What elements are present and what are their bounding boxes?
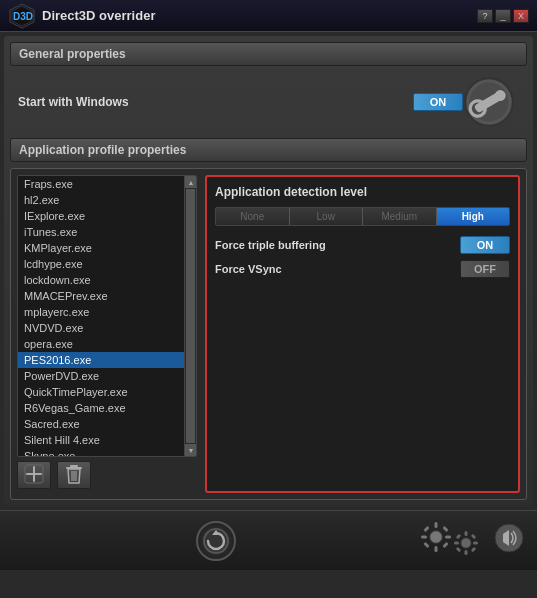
speaker-icon[interactable] (493, 522, 525, 559)
bottom-right (419, 520, 525, 562)
window-title: Direct3D overrider (42, 8, 477, 23)
svg-rect-25 (423, 542, 429, 548)
svg-rect-19 (435, 522, 438, 528)
app-list-item[interactable]: PES2016.exe (18, 352, 196, 368)
svg-rect-28 (465, 531, 468, 536)
svg-point-18 (430, 531, 442, 543)
svg-rect-22 (445, 536, 451, 539)
app-list-item[interactable]: lockdown.exe (18, 272, 196, 288)
app-profile-section: Fraps.exehl2.exeIExplore.exeiTunes.exeKM… (10, 168, 527, 500)
app-list-item[interactable]: R6Vegas_Game.exe (18, 400, 196, 416)
app-list-item[interactable]: KMPlayer.exe (18, 240, 196, 256)
app-list-item[interactable]: Skype.exe (18, 448, 196, 456)
app-list-item[interactable]: Fraps.exe (18, 176, 196, 192)
svg-rect-31 (473, 541, 478, 544)
app-list[interactable]: Fraps.exehl2.exeIExplore.exeiTunes.exeKM… (18, 176, 196, 456)
app-list-item[interactable]: mplayerc.exe (18, 304, 196, 320)
settings-icon[interactable] (463, 76, 515, 128)
svg-rect-35 (471, 546, 477, 552)
bottom-bar (0, 510, 537, 570)
svg-rect-33 (471, 533, 477, 539)
svg-rect-23 (423, 526, 429, 532)
scrollbar[interactable]: ▲ ▼ (184, 176, 196, 456)
app-list-item[interactable]: Sacred.exe (18, 416, 196, 432)
svg-rect-11 (70, 465, 78, 467)
force-triple-row: Force triple buffering ON (215, 236, 510, 254)
det-btn-none[interactable]: None (216, 208, 290, 225)
app-list-wrapper: Fraps.exehl2.exeIExplore.exeiTunes.exeKM… (17, 175, 197, 493)
app-list-item[interactable]: PowerDVD.exe (18, 368, 196, 384)
start-windows-row: Start with Windows ON (10, 72, 527, 132)
app-list-item[interactable]: hl2.exe (18, 192, 196, 208)
minimize-button[interactable]: _ (495, 9, 511, 23)
help-button[interactable]: ? (477, 9, 493, 23)
app-list-item[interactable]: Silent Hill 4.exe (18, 432, 196, 448)
scroll-down-arrow[interactable]: ▼ (185, 444, 197, 456)
force-triple-label: Force triple buffering (215, 239, 460, 251)
svg-rect-30 (454, 541, 459, 544)
reset-button[interactable] (196, 521, 236, 561)
app-list-item[interactable]: IExplore.exe (18, 208, 196, 224)
app-logo: D3D (8, 2, 36, 30)
start-windows-label: Start with Windows (18, 95, 413, 109)
app-list-item[interactable]: MMACEPrev.exe (18, 288, 196, 304)
svg-rect-21 (421, 536, 427, 539)
svg-rect-32 (456, 533, 462, 539)
svg-rect-26 (442, 542, 448, 548)
app-list-item[interactable]: lcdhype.exe (18, 256, 196, 272)
det-btn-medium[interactable]: Medium (363, 208, 437, 225)
start-windows-toggle[interactable]: ON (413, 93, 463, 111)
svg-rect-20 (435, 546, 438, 552)
bottom-center (12, 521, 419, 561)
app-list-item[interactable]: QuickTimePlayer.exe (18, 384, 196, 400)
app-profile-section-header: Application profile properties (10, 138, 527, 162)
app-list-container: Fraps.exehl2.exeIExplore.exeiTunes.exeKM… (17, 175, 197, 457)
scroll-thumb[interactable] (186, 189, 195, 443)
svg-rect-24 (442, 526, 448, 532)
svg-rect-38 (503, 535, 509, 541)
svg-rect-9 (33, 466, 35, 482)
detection-level-row: None Low Medium High (215, 207, 510, 226)
detection-title: Application detection level (215, 185, 510, 199)
detection-panel: Application detection level None Low Med… (205, 175, 520, 493)
app-list-controls (17, 457, 197, 493)
app-list-item[interactable]: opera.exe (18, 336, 196, 352)
svg-rect-29 (465, 550, 468, 555)
main-content: General properties Start with Windows ON (4, 36, 533, 506)
force-triple-toggle[interactable]: ON (460, 236, 510, 254)
force-vsync-toggle[interactable]: OFF (460, 260, 510, 278)
force-vsync-row: Force VSync OFF (215, 260, 510, 278)
svg-text:D3D: D3D (13, 11, 33, 22)
det-btn-high[interactable]: High (437, 208, 510, 225)
gear-icon-2[interactable] (453, 530, 479, 562)
add-app-button[interactable] (17, 461, 51, 489)
title-bar: D3D Direct3D overrider ? _ X (0, 0, 537, 32)
close-button[interactable]: X (513, 9, 529, 23)
det-btn-low[interactable]: Low (290, 208, 364, 225)
app-list-item[interactable]: NVDVD.exe (18, 320, 196, 336)
remove-app-button[interactable] (57, 461, 91, 489)
general-section-header: General properties (10, 42, 527, 66)
svg-point-27 (461, 538, 471, 548)
gear-icon-1[interactable] (419, 520, 453, 561)
app-list-item[interactable]: iTunes.exe (18, 224, 196, 240)
svg-rect-34 (456, 546, 462, 552)
force-vsync-label: Force VSync (215, 263, 460, 275)
scroll-up-arrow[interactable]: ▲ (185, 176, 197, 188)
window-controls: ? _ X (477, 9, 529, 23)
